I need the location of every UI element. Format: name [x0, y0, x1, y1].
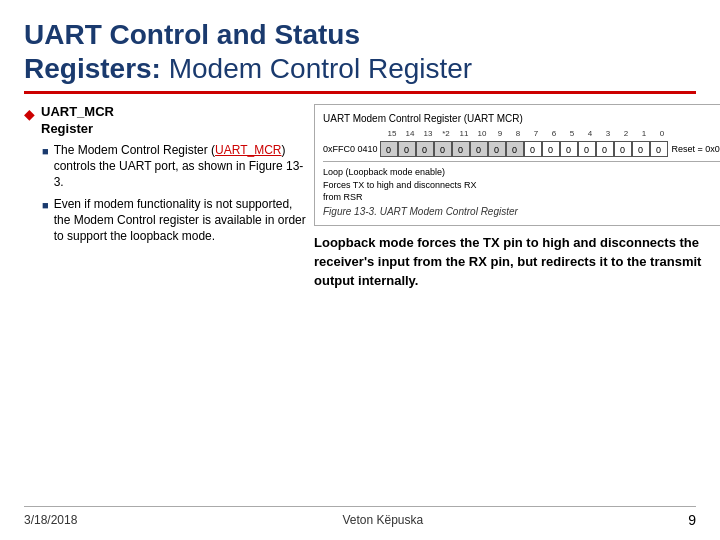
diamond-icon: ◆ — [24, 106, 35, 138]
title-bold: UART Control and Status — [24, 19, 360, 50]
reg-note-line1: Loop (Loopback mode enable) — [323, 166, 720, 179]
bit-3: 0 — [596, 141, 614, 157]
main-bullet: ◆ UART_MCRRegister — [24, 104, 306, 138]
bit-numbers-row: 15 14 13 *2 11 10 9 8 7 6 5 4 3 2 1 0 — [323, 129, 720, 138]
right-panel: UART Modem Control Register (UART MCR) 1… — [314, 104, 720, 500]
footer: 3/18/2018 Veton Këpuska 9 — [24, 506, 696, 528]
main-bullet-label: UART_MCRRegister — [41, 104, 114, 138]
bit-5: 0 — [560, 141, 578, 157]
bit-num-10: 10 — [473, 129, 491, 138]
reg-note-line3: from RSR — [323, 191, 720, 204]
title-block: UART Control and Status Registers: Modem… — [24, 18, 696, 85]
footer-author: Veton Këpuska — [342, 513, 423, 527]
bit-num-13: 13 — [419, 129, 437, 138]
reg-addr: 0xFFC0 0410 — [323, 144, 378, 154]
square-icon-1: ■ — [42, 144, 49, 191]
bit-10: 0 — [470, 141, 488, 157]
bit-15: 0 — [380, 141, 398, 157]
reg-note: Loop (Loopback mode enable) Forces TX to… — [323, 161, 720, 204]
bit-14: 0 — [398, 141, 416, 157]
register-diagram: UART Modem Control Register (UART MCR) 1… — [314, 104, 720, 226]
bit-num-15: 15 — [383, 129, 401, 138]
addr-spacer — [323, 129, 383, 138]
reg-note-line2: Forces TX to high and disconnects RX — [323, 179, 720, 192]
bit-4: 0 — [578, 141, 596, 157]
title-bold2: Registers: — [24, 53, 161, 84]
footer-page: 9 — [688, 512, 696, 528]
bit-num-12: *2 — [437, 129, 455, 138]
sub-bullets: ■ The Modem Control Register (UART_MCR) … — [42, 142, 306, 244]
bit-num-14: 14 — [401, 129, 419, 138]
bit-11: 0 — [452, 141, 470, 157]
slide-title: UART Control and Status Registers: Modem… — [24, 18, 696, 85]
bit-13: 0 — [416, 141, 434, 157]
uart-mcr-link[interactable]: UART_MCR — [215, 143, 281, 157]
bit-num-9: 9 — [491, 129, 509, 138]
bit-num-4: 4 — [581, 129, 599, 138]
slide: UART Control and Status Registers: Modem… — [0, 0, 720, 540]
reg-figure-caption: Figure 13-3. UART Modem Control Register — [323, 206, 720, 217]
sub-bullet-2-text: Even if modem functionality is not suppo… — [54, 196, 306, 245]
title-subtitle: Modem Control Register — [169, 53, 472, 84]
left-panel: ◆ UART_MCRRegister ■ The Modem Control R… — [24, 104, 314, 500]
bit-2: 0 — [614, 141, 632, 157]
bit-8: 0 — [506, 141, 524, 157]
sub-bullet-1: ■ The Modem Control Register (UART_MCR) … — [42, 142, 306, 191]
reset-label: Reset = 0x0000 — [672, 144, 720, 154]
footer-date: 3/18/2018 — [24, 513, 77, 527]
bit-num-2: 2 — [617, 129, 635, 138]
bit-cells: 0 0 0 0 0 0 0 0 0 0 0 0 0 0 0 — [380, 141, 668, 157]
bit-9: 0 — [488, 141, 506, 157]
reg-row-wrap: 0xFFC0 0410 0 0 0 0 0 0 0 0 0 0 0 — [323, 141, 720, 157]
bit-1: 0 — [632, 141, 650, 157]
content-area: ◆ UART_MCRRegister ■ The Modem Control R… — [24, 104, 696, 500]
sub-bullet-1-before: The Modem Control Register ( — [54, 143, 215, 157]
bit-num-6: 6 — [545, 129, 563, 138]
bit-num-11: 11 — [455, 129, 473, 138]
bit-0: 0 — [650, 141, 668, 157]
bit-num-5: 5 — [563, 129, 581, 138]
loopback-note: Loopback mode forces the TX pin to high … — [314, 234, 720, 291]
bit-num-3: 3 — [599, 129, 617, 138]
divider — [24, 91, 696, 94]
sub-bullet-1-text: The Modem Control Register (UART_MCR) co… — [54, 142, 306, 191]
bit-6: 0 — [542, 141, 560, 157]
bit-12: 0 — [434, 141, 452, 157]
bit-num-1: 1 — [635, 129, 653, 138]
bit-num-7: 7 — [527, 129, 545, 138]
bit-7: 0 — [524, 141, 542, 157]
square-icon-2: ■ — [42, 198, 49, 245]
reg-diagram-title: UART Modem Control Register (UART MCR) — [323, 113, 720, 124]
bit-num-0: 0 — [653, 129, 671, 138]
bit-num-8: 8 — [509, 129, 527, 138]
sub-bullet-2: ■ Even if modem functionality is not sup… — [42, 196, 306, 245]
